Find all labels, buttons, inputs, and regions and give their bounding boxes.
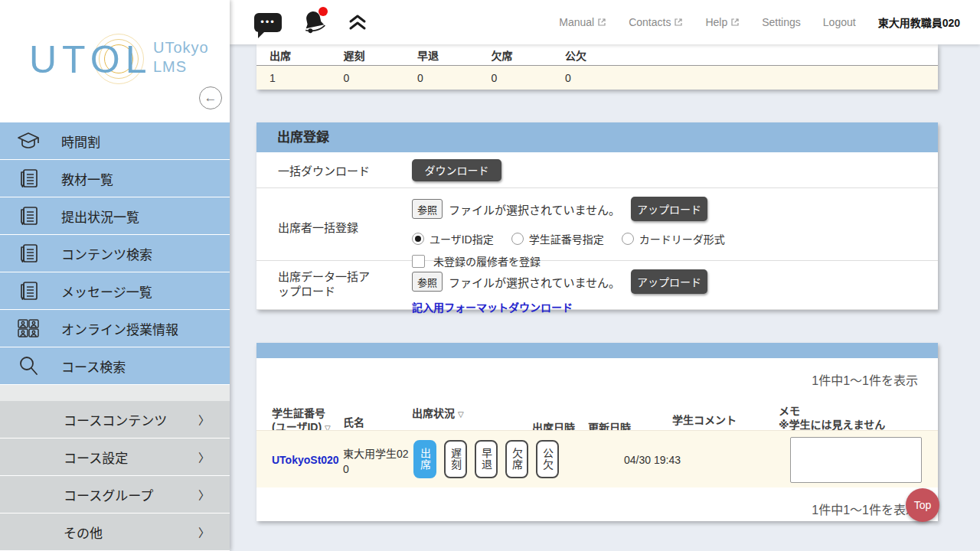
summary-header: 出席 xyxy=(256,47,331,63)
collapse-topbar-icon[interactable] xyxy=(348,13,368,31)
column-header-memo: メモ ※学生には見えません xyxy=(779,404,885,432)
radio-user-id[interactable] xyxy=(412,233,424,245)
sidebar-subitem-label: コース設定 xyxy=(64,448,198,467)
attendee-bulk-register-row: 出席者一括登録 参照 ファイルが選択されていません。 アップロード ユーザID指… xyxy=(256,188,938,261)
help-link[interactable]: Help xyxy=(705,16,740,28)
sidebar-collapse-button[interactable]: ← xyxy=(199,86,222,109)
chevron-right-icon: 〉 xyxy=(198,412,210,428)
update-timestamp: 04/30 19:43 xyxy=(624,454,681,466)
attendance-register-panel: 出席登録 一括ダウンロード ダウンロード 出席者一括登録 参照 ファイルが選択さ… xyxy=(256,122,938,310)
section-title: 出席登録 xyxy=(256,122,938,152)
scroll-to-top-button[interactable]: Top xyxy=(906,488,939,522)
summary-header: 早退 xyxy=(404,47,479,63)
chevron-right-icon: 〉 xyxy=(198,524,210,540)
attendance-status-buttons: 出席 遅刻 早退 欠席 公欠 xyxy=(413,440,559,478)
sidebar-item-submission-status[interactable]: 提出状況一覧 xyxy=(0,197,230,235)
sidebar-item-label: 提出状況一覧 xyxy=(61,207,139,226)
sidebar-item-materials[interactable]: 教材一覧 xyxy=(0,160,230,197)
memo-textarea[interactable] xyxy=(790,437,922,483)
sidebar-item-label: 時間割 xyxy=(61,132,100,151)
radio-card-reader[interactable] xyxy=(622,233,634,245)
students-table-header-bar xyxy=(256,343,938,358)
row-label: 一括ダウンロード xyxy=(256,162,412,178)
logged-in-user: 東大用教職員020 xyxy=(878,15,960,30)
status-present-button[interactable]: 出席 xyxy=(413,440,436,478)
row-label: 出席者一括登録 xyxy=(256,188,412,260)
summary-value: 0 xyxy=(479,72,553,84)
materials-icon xyxy=(15,168,41,189)
external-link-icon xyxy=(674,18,683,27)
student-row: UTokyoSt020 東大用学生020 出席 遅刻 早退 欠席 公欠 04/3… xyxy=(256,430,938,487)
row-label: 出席データ一括アップロード xyxy=(256,261,412,309)
students-table-footer: 1件中1〜1件を表示 xyxy=(256,487,938,521)
summary-header: 公欠 xyxy=(552,47,626,63)
summary-value: 0 xyxy=(331,72,405,84)
online-class-icon xyxy=(15,318,41,338)
sidebar-subitem-label: コースグループ xyxy=(64,485,198,504)
sidebar-item-label: コース検索 xyxy=(61,357,126,376)
status-late-button[interactable]: 遅刻 xyxy=(444,440,467,478)
summary-header: 遅刻 xyxy=(331,47,405,63)
logo-title: UTOL xyxy=(29,31,213,89)
submissions-icon xyxy=(15,205,41,227)
summary-value: 0 xyxy=(552,72,626,84)
sort-icon: ▽ xyxy=(458,410,464,419)
status-absent-button[interactable]: 欠席 xyxy=(505,440,528,478)
sidebar-divider xyxy=(0,385,230,401)
chevron-right-icon: 〉 xyxy=(198,487,210,503)
download-button[interactable]: ダウンロード xyxy=(412,159,501,181)
sidebar-item-course-search[interactable]: コース検索 xyxy=(0,347,230,385)
sidebar-item-course-contents[interactable]: コースコンテンツ 〉 xyxy=(0,401,230,439)
messages-bubble-icon[interactable]: ••• xyxy=(254,13,282,32)
sidebar-item-content-search[interactable]: コンテンツ検索 xyxy=(0,235,230,272)
upload-button[interactable]: アップロード xyxy=(631,197,707,221)
summary-header-row: 出席 遅刻 早退 欠席 公欠 xyxy=(256,44,938,66)
sidebar-item-label: コンテンツ検索 xyxy=(61,244,152,263)
radio-label: カードリーダ形式 xyxy=(639,231,725,246)
sidebar: UTOL UTokyo LMS ← 時間割 xyxy=(0,0,230,551)
back-arrow-icon: ← xyxy=(204,90,217,105)
sidebar-item-online-class-info[interactable]: オンライン授業情報 xyxy=(0,310,230,347)
format-download-link[interactable]: 記入用フォーマットダウンロード xyxy=(412,299,573,315)
attendance-summary-table: 出席 遅刻 早退 欠席 公欠 1 0 0 0 0 xyxy=(256,44,938,90)
pagination-info-bottom: 1件中1〜1件を表示 xyxy=(812,500,918,518)
status-left-early-button[interactable]: 早退 xyxy=(475,440,498,478)
contacts-link[interactable]: Contacts xyxy=(629,16,683,28)
sidebar-item-timetable[interactable]: 時間割 xyxy=(0,122,230,160)
sidebar-item-message-list[interactable]: メッセージ一覧 xyxy=(0,272,230,310)
radio-student-card-number[interactable] xyxy=(511,233,524,245)
summary-value: 1 xyxy=(256,72,331,84)
topbar-icons: ••• xyxy=(254,0,368,44)
manual-link[interactable]: Manual xyxy=(559,16,606,28)
column-header-status[interactable]: 出席状況 ▽ xyxy=(412,406,464,422)
browse-file-button[interactable]: 参照 xyxy=(412,199,443,219)
browse-file-button[interactable]: 参照 xyxy=(412,272,443,292)
topbar-links: Manual Contacts Help Settings Logout 東大用… xyxy=(559,0,960,44)
sidebar-item-course-settings[interactable]: コース設定 〉 xyxy=(0,439,230,476)
file-status-text: ファイルが選択されていません。 xyxy=(449,274,620,290)
file-status-text: ファイルが選択されていません。 xyxy=(449,201,620,217)
sidebar-item-label: メッセージ一覧 xyxy=(61,282,152,301)
external-link-icon xyxy=(730,18,740,27)
utol-logo: UTOL UTokyo LMS xyxy=(29,31,213,92)
attendance-data-upload-row: 出席データ一括アップロード 参照 ファイルが選択されていません。 アップロード … xyxy=(256,261,938,310)
status-excused-button[interactable]: 公欠 xyxy=(536,440,559,478)
notification-bell-icon[interactable] xyxy=(302,8,328,36)
radio-label: 学生証番号指定 xyxy=(529,231,604,246)
radio-label: ユーザID指定 xyxy=(430,231,494,246)
sidebar-item-others[interactable]: その他 〉 xyxy=(0,514,230,551)
sidebar-item-course-group[interactable]: コースグループ 〉 xyxy=(0,476,230,514)
upload-button[interactable]: アップロード xyxy=(631,269,707,294)
summary-header: 欠席 xyxy=(479,47,553,63)
column-header-comment: 学生コメント xyxy=(672,413,737,427)
sidebar-item-label: 教材一覧 xyxy=(61,169,113,188)
logout-link[interactable]: Logout xyxy=(823,16,856,28)
students-table-panel: 1件中1〜1件を表示 学生証番号 (ユーザID) ▽ 氏名 出席状況 ▽ 出席日… xyxy=(256,343,938,521)
student-id-link[interactable]: UTokyoSt020 xyxy=(272,454,339,466)
content-search-icon xyxy=(15,243,41,264)
sidebar-subitem-label: コースコンテンツ xyxy=(64,410,198,429)
column-header-name: 氏名 xyxy=(343,416,364,429)
sidebar-item-label: オンライン授業情報 xyxy=(61,319,178,338)
settings-link[interactable]: Settings xyxy=(762,16,801,28)
chevron-right-icon: 〉 xyxy=(198,449,210,465)
